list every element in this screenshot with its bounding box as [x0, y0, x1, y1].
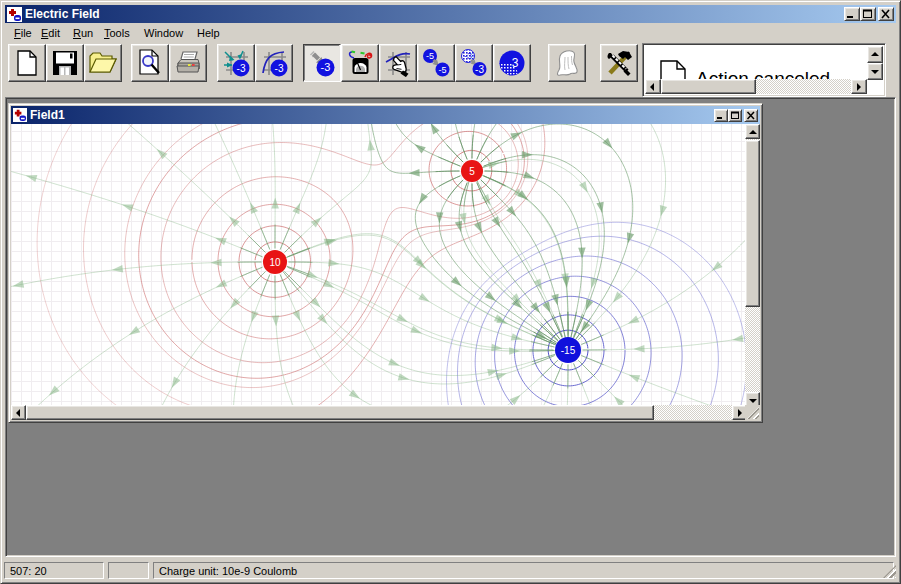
horizontal-scrollbar-thumb[interactable] [26, 405, 654, 420]
maximize-button[interactable] [860, 7, 876, 21]
show-field-vectors-button[interactable]: -3 [217, 44, 255, 82]
print-preview-button[interactable] [131, 44, 169, 82]
save-file-button[interactable] [46, 44, 84, 82]
log-scrollbar-thumb[interactable] [661, 79, 756, 94]
status-bar: 507: 20 Charge unit: 10e-9 Coulomb [5, 557, 896, 581]
status-charge-unit: Charge unit: 10e-9 Coulomb [153, 562, 894, 579]
charge-10[interactable]: 10 [263, 250, 287, 274]
pick-field-line-button[interactable] [379, 44, 417, 82]
document-title: Field1 [30, 108, 714, 122]
close-button[interactable] [878, 7, 894, 21]
document-window: Field1 105-15 [8, 103, 763, 423]
ghost-mode-button[interactable] [548, 44, 586, 82]
svg-text:-5: -5 [438, 65, 446, 75]
message-log-content: Action canceled [645, 46, 867, 79]
left-arrow-icon [16, 409, 20, 417]
document-maximize-button[interactable] [728, 109, 742, 122]
open-file-button[interactable] [84, 44, 122, 82]
menu-window[interactable]: Window [140, 27, 187, 39]
svg-text:-3: -3 [275, 63, 284, 74]
log-scroll-left-button[interactable] [645, 79, 661, 94]
mdi-client-area: Field1 105-15 [5, 97, 896, 557]
svg-text:-5: -5 [426, 51, 434, 61]
field-canvas[interactable] [11, 124, 747, 407]
right-arrow-icon [738, 409, 742, 417]
field-canvas-area[interactable]: 105-15 [11, 124, 747, 407]
log-scroll-right-button[interactable] [851, 79, 867, 94]
svg-text:-3: -3 [237, 63, 246, 74]
application-window: Electric Field FileEditRunToolsWindowHel… [0, 0, 901, 584]
change-charge-button[interactable]: -3 -3 [455, 44, 493, 82]
svg-text:-3: -3 [321, 61, 331, 73]
print-button[interactable] [169, 44, 207, 82]
document-minimize-button[interactable] [714, 109, 728, 122]
log-item-text: Action canceled [696, 68, 830, 79]
svg-text:-3: -3 [475, 64, 484, 75]
menu-accelerator: F [14, 27, 21, 39]
menu-accelerator: E [41, 27, 48, 39]
document-vertical-scrollbar[interactable] [745, 124, 760, 407]
options-tools-button[interactable] [600, 44, 638, 82]
document-icon [13, 108, 27, 122]
up-arrow-icon [871, 52, 879, 56]
log-vertical-scrollbar[interactable] [867, 46, 883, 81]
title-bar[interactable]: Electric Field [5, 5, 896, 23]
document-control-buttons [714, 109, 758, 122]
document-close-button[interactable] [744, 109, 758, 122]
log-item[interactable]: Action canceled [659, 59, 830, 79]
menu-accelerator: T [104, 27, 110, 39]
new-file-button[interactable] [8, 44, 46, 82]
scroll-left-button[interactable] [11, 405, 26, 420]
menu-run[interactable]: Run [69, 27, 97, 39]
scroll-up-button[interactable] [745, 124, 760, 139]
down-arrow-icon [749, 399, 757, 403]
log-scroll-up-button[interactable] [867, 46, 883, 63]
menu-help[interactable]: Help [193, 27, 224, 39]
window-control-buttons [844, 7, 894, 21]
add-charge-button[interactable]: -3 [303, 44, 341, 82]
svg-text:-3: -3 [464, 51, 472, 61]
log-scroll-down-button[interactable] [867, 63, 883, 80]
charge-5[interactable]: 5 [461, 160, 483, 182]
vertical-scrollbar-thumb[interactable] [745, 140, 760, 307]
svg-text:3: 3 [512, 56, 519, 70]
charge--15[interactable]: -15 [555, 337, 581, 363]
message-log-box[interactable]: Action canceled [642, 43, 886, 97]
move-charge-button[interactable]: -5 -5 [417, 44, 455, 82]
menu-file[interactable]: File [10, 27, 36, 39]
up-arrow-icon [749, 130, 757, 134]
minimize-button[interactable] [844, 7, 860, 21]
right-arrow-icon [857, 83, 861, 91]
edit-charge-button[interactable]: 3 [493, 44, 531, 82]
document-title-bar[interactable]: Field1 [11, 106, 760, 124]
document-horizontal-scrollbar[interactable] [11, 405, 747, 420]
window-title: Electric Field [25, 7, 844, 21]
status-panel-2 [108, 562, 149, 579]
menu-edit[interactable]: Edit [37, 27, 64, 39]
menu-accelerator: R [73, 27, 81, 39]
log-horizontal-scrollbar[interactable] [645, 79, 867, 94]
menu-tools[interactable]: Tools [100, 27, 134, 39]
toolbar: Action canceled [5, 42, 896, 97]
application-icon [7, 7, 22, 22]
down-arrow-icon [871, 70, 879, 74]
show-field-line-button[interactable]: -3 [255, 44, 293, 82]
page-icon [659, 59, 687, 79]
left-arrow-icon [650, 83, 654, 91]
status-coordinates: 507: 20 [4, 562, 104, 579]
menu-bar: FileEditRunToolsWindowHelp [5, 24, 896, 42]
measure-voltmeter-button[interactable] [341, 44, 379, 82]
document-resize-grip[interactable] [745, 405, 760, 420]
